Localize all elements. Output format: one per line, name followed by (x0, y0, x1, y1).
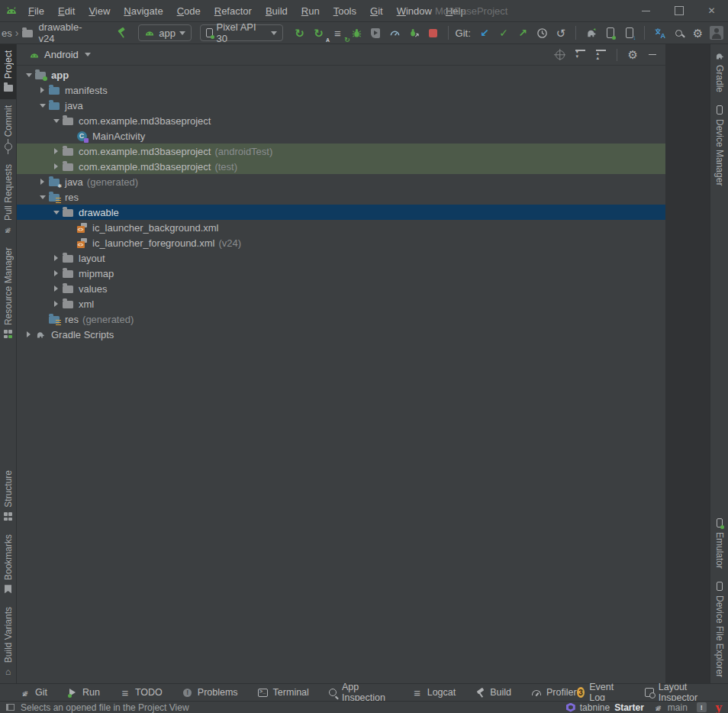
maximize-button[interactable] (662, 0, 695, 22)
build-hammer-icon[interactable] (112, 24, 131, 42)
git-push-button[interactable] (514, 24, 533, 42)
tool-button-device-file-explorer[interactable]: Device File Explorer (710, 575, 728, 683)
run-button[interactable] (290, 24, 309, 42)
tool-button-event-log[interactable]: 3 Event Log (577, 682, 622, 703)
tabnine-widget[interactable]: tabnine Starter (566, 702, 644, 713)
chevron-down-icon[interactable] (50, 119, 62, 123)
chevron-down-icon[interactable] (50, 211, 62, 215)
profile-avatar-icon[interactable] (707, 24, 726, 42)
tree-row-java-generated[interactable]: java (generated) (17, 174, 665, 189)
chevron-right-icon[interactable] (50, 148, 62, 154)
plugin-y-icon[interactable]: y (716, 702, 722, 713)
tool-button-resource-manager[interactable]: Resource Manager (0, 241, 16, 346)
menu-git[interactable]: Git (363, 0, 390, 22)
rollback-button[interactable] (552, 24, 571, 42)
tool-button-gradle[interactable]: Gradle (710, 44, 728, 98)
tree-row-ic-launcher-foreground[interactable]: ic_launcher_foreground.xml (v24) (17, 235, 665, 250)
menu-build[interactable]: Build (259, 0, 295, 22)
tree-row-gradle-scripts[interactable]: Gradle Scripts (17, 327, 665, 342)
chevron-right-icon[interactable] (37, 179, 48, 185)
minimize-button[interactable] (630, 0, 662, 22)
apply-changes-restart-button[interactable] (309, 24, 328, 42)
menu-refactor[interactable]: Refactor (208, 0, 259, 22)
menu-window[interactable]: Window (390, 0, 439, 22)
chevron-right-icon[interactable] (50, 163, 62, 169)
menu-view[interactable]: View (82, 0, 117, 22)
chevron-right-icon[interactable] (50, 286, 62, 292)
tool-button-pull-requests[interactable]: Pull Requests (0, 158, 16, 241)
tool-button-run[interactable]: Run (67, 687, 100, 698)
tree-row-res-generated[interactable]: res (generated) (17, 311, 665, 327)
profile-app-button[interactable] (366, 24, 385, 42)
tool-button-app-inspection[interactable]: App Inspection (329, 682, 392, 703)
attach-debugger-button[interactable] (404, 24, 424, 42)
tool-button-logcat[interactable]: Logcat (412, 687, 456, 698)
locate-file-icon[interactable] (556, 50, 565, 60)
tool-button-bookmarks[interactable]: Bookmarks (0, 528, 16, 601)
chevron-down-icon[interactable] (85, 53, 91, 56)
menu-edit[interactable]: Edit (51, 0, 82, 22)
run-configuration-select[interactable]: app (138, 24, 192, 41)
device-select[interactable]: Pixel API 30 (200, 24, 283, 41)
tree-row-app[interactable]: app (17, 67, 665, 82)
menu-file[interactable]: File (21, 0, 51, 22)
sdk-manager-button[interactable] (620, 24, 639, 42)
debug-button[interactable] (347, 24, 366, 42)
chevron-right-icon[interactable] (50, 270, 62, 276)
tree-row-drawable[interactable]: drawable (17, 205, 665, 220)
menu-run[interactable]: Run (295, 0, 327, 22)
chevron-right-icon[interactable] (50, 301, 62, 307)
tree-row-manifests[interactable]: manifests (17, 82, 665, 98)
panel-settings-icon[interactable] (628, 49, 638, 60)
device-manager-button[interactable] (601, 24, 620, 42)
menu-navigate[interactable]: Navigate (117, 0, 169, 22)
git-update-button[interactable] (475, 24, 494, 42)
chevron-down-icon[interactable] (23, 73, 34, 77)
tool-button-todo[interactable]: TODO (120, 687, 163, 698)
translate-icon[interactable]: A (650, 24, 669, 42)
tree-row-mipmap[interactable]: mipmap (17, 266, 665, 281)
tree-row-java[interactable]: java (17, 98, 665, 113)
close-button[interactable] (695, 0, 728, 22)
tree-row-package-androidtest[interactable]: com.example.md3baseproject (androidTest) (17, 144, 665, 159)
chevron-down-icon[interactable] (37, 104, 48, 108)
tool-button-emulator[interactable]: Emulator (710, 511, 728, 575)
tool-button-build-variants[interactable]: Build Variants (0, 601, 16, 683)
tool-button-git[interactable]: Git (20, 687, 47, 698)
menu-tools[interactable]: Tools (327, 0, 363, 22)
tool-button-commit[interactable]: Commit (0, 99, 16, 157)
chevron-right-icon[interactable] (23, 331, 34, 337)
tree-row-xml[interactable]: xml (17, 296, 665, 311)
expand-all-icon[interactable] (575, 50, 585, 60)
tool-button-profiler[interactable]: Profiler (531, 687, 577, 698)
tool-button-terminal[interactable]: Terminal (258, 687, 309, 698)
tool-button-device-manager[interactable]: Device Manager (710, 98, 728, 192)
tree-row-package[interactable]: com.example.md3baseproject (17, 113, 665, 128)
tool-button-project[interactable]: Project (0, 44, 16, 99)
panel-toggle-icon[interactable] (6, 704, 14, 711)
profiler-gauge-button[interactable] (385, 24, 404, 42)
git-commit-button[interactable] (494, 24, 514, 42)
tool-button-problems[interactable]: ! Problems (182, 687, 238, 698)
history-button[interactable] (533, 24, 552, 42)
tree-row-ic-launcher-background[interactable]: ic_launcher_background.xml (17, 220, 665, 235)
gradle-sync-button[interactable] (581, 24, 601, 42)
settings-gear-icon[interactable] (688, 24, 707, 42)
tree-row-values[interactable]: values (17, 281, 665, 296)
breadcrumb-folder[interactable]: drawable-v24 (38, 21, 95, 44)
project-view-selector[interactable]: Android (44, 49, 79, 60)
menu-code[interactable]: Code (170, 0, 208, 22)
tree-row-mainactivity[interactable]: MainActivity (17, 128, 665, 144)
chevron-right-icon[interactable] (37, 87, 48, 93)
chevron-right-icon[interactable] (50, 255, 62, 261)
tool-button-build[interactable]: Build (475, 687, 511, 698)
tree-row-res[interactable]: res (17, 189, 665, 205)
apply-code-changes-button[interactable] (328, 24, 347, 42)
tool-button-structure[interactable]: Structure (0, 464, 16, 528)
search-everywhere-icon[interactable] (669, 24, 688, 42)
tree-row-package-test[interactable]: com.example.md3baseproject (test) (17, 159, 665, 174)
chevron-down-icon[interactable] (37, 195, 48, 199)
git-branch-widget[interactable]: main (653, 702, 688, 713)
stop-button[interactable] (424, 24, 443, 42)
notification-plugin-icon[interactable]: ! (697, 702, 707, 712)
